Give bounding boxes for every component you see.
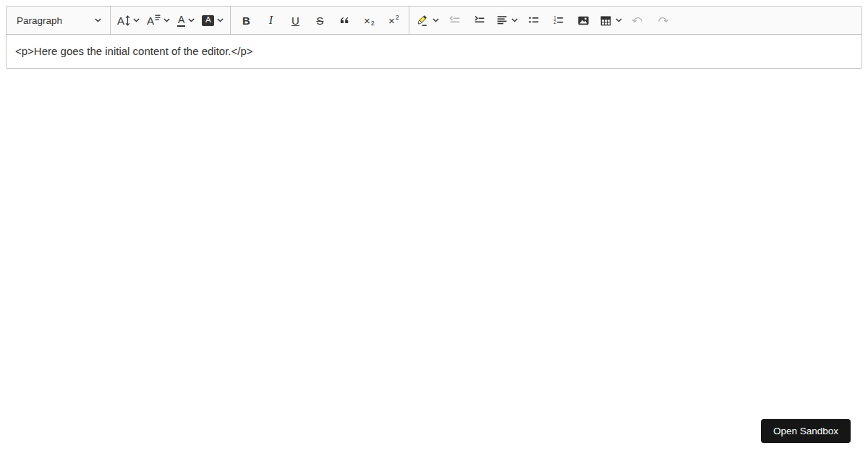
highlight-icon [416,14,430,28]
redo-icon [656,14,669,27]
underline-icon: U [292,15,299,26]
heading-dropdown[interactable]: Paragraph [7,7,110,34]
heading-dropdown-label: Paragraph [17,15,62,26]
editor-content[interactable]: <p>Here goes the initial content of the … [7,35,861,68]
insert-image-icon [576,14,590,28]
text-alignment-icon [495,14,509,27]
indent-button[interactable] [469,9,490,31]
redo-button [652,9,673,31]
indent-icon [473,14,486,27]
numbered-list-icon: 12 [552,14,565,27]
chevron-down-icon [95,18,101,22]
chevron-down-icon [133,18,140,22]
strikethrough-button[interactable]: S [309,9,331,31]
font-background-color-button[interactable]: A [200,9,226,31]
numbered-list-button[interactable]: 12 [548,9,569,31]
outdent-button [444,9,466,31]
font-family-button[interactable]: A [145,9,172,31]
editor-toolbar: Paragraph AAAABIUS×2×212 [7,7,861,35]
toolbar-group: AAAA [111,9,230,31]
undo-icon [631,14,644,27]
strikethrough-icon: S [316,15,323,26]
superscript-icon: ×2 [388,15,399,26]
bold-icon: B [242,15,250,26]
font-color-icon: A [177,14,185,27]
highlight-button[interactable] [414,9,441,31]
toolbar-group: 12 [409,9,678,31]
chevron-down-icon [163,18,170,22]
bold-button[interactable]: B [235,9,257,31]
subscript-icon: ×2 [364,15,375,26]
chevron-down-icon [188,18,195,22]
chevron-down-icon [616,18,622,22]
font-family-icon: A [147,15,161,26]
bulleted-list-button[interactable] [523,9,545,31]
chevron-down-icon [217,18,224,22]
chevron-down-icon [433,18,439,22]
outdent-icon [448,14,461,27]
editor-paragraph: <p>Here goes the initial content of the … [15,44,853,59]
undo-button [627,9,649,31]
font-background-color-icon: A [202,15,214,26]
insert-table-button[interactable] [597,9,624,31]
toolbar-group: BIUS×2×2 [231,9,409,31]
italic-icon: I [269,14,273,26]
insert-image-button[interactable] [572,9,594,31]
subscript-button[interactable]: ×2 [358,9,380,31]
chevron-down-icon [511,18,518,22]
italic-button[interactable]: I [260,9,281,31]
rich-text-editor: Paragraph AAAABIUS×2×212 <p>Here goes th… [6,6,862,69]
font-color-button[interactable]: A [175,9,197,31]
insert-table-icon [599,14,613,28]
open-sandbox-button[interactable]: Open Sandbox [761,419,851,443]
svg-text:2: 2 [554,20,557,25]
block-quote-button[interactable] [333,9,355,31]
underline-button[interactable]: U [284,9,306,31]
block-quote-icon [338,14,351,27]
font-size-button[interactable]: A [115,9,142,31]
font-size-icon: A [117,15,130,26]
text-alignment-button[interactable] [493,9,520,31]
superscript-button[interactable]: ×2 [383,9,404,31]
bulleted-list-icon [527,14,540,27]
